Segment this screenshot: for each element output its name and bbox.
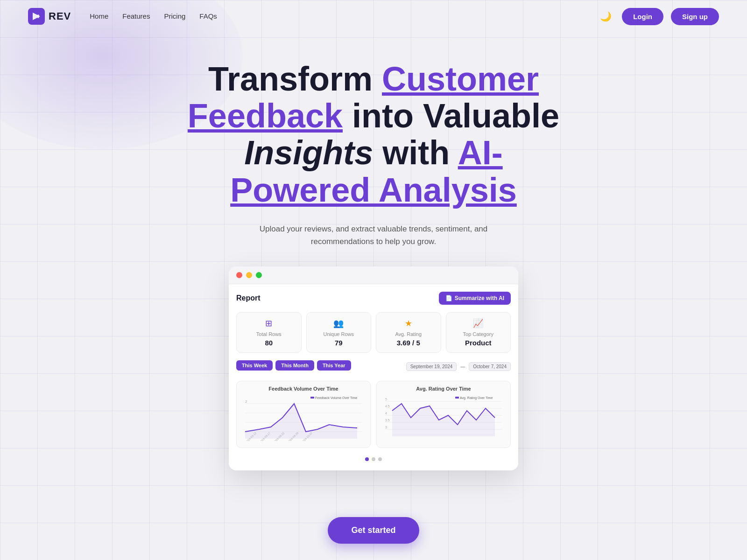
maximize-dot (256, 272, 262, 278)
unique-rows-label: Unique Rows (312, 331, 366, 337)
report-title: Report (236, 294, 261, 302)
cta-section: Get started (0, 508, 747, 560)
date-from[interactable]: September 19, 2024 (406, 362, 457, 371)
nav-pricing[interactable]: Pricing (164, 12, 185, 20)
nav-left: REV Home Features Pricing FAQs (28, 8, 217, 25)
svg-text:5: 5 (385, 398, 387, 401)
pagination-dot-3[interactable] (378, 457, 382, 461)
mockup-content: Report 📄 Summarize with AI ⊞ Total Rows … (229, 284, 518, 470)
date-separator: — (460, 364, 465, 369)
hero-subtitle: Upload your reviews, and extract valuabl… (233, 223, 514, 248)
top-category-icon: 📈 (452, 318, 505, 329)
top-category-value: Product (452, 339, 505, 347)
svg-text:3: 3 (385, 426, 387, 429)
logo-icon (28, 8, 45, 25)
hero-title: Transform Customer Feedback into Valuabl… (187, 61, 560, 209)
svg-text:Feedback Volume Over Time: Feedback Volume Over Time (315, 396, 357, 399)
top-category-label: Top Category (452, 331, 505, 337)
summarize-button[interactable]: 📄 Summarize with AI (439, 292, 511, 305)
hero-title-part5: with (373, 134, 458, 171)
unique-rows-value: 79 (312, 339, 366, 347)
charts-area: Feedback Volume Over Time 2 2024-09 (236, 381, 511, 448)
filter-this-week[interactable]: This Week (236, 360, 273, 371)
stat-top-category: 📈 Top Category Product (446, 312, 511, 353)
hero-title-part4: Insights (244, 134, 373, 171)
titlebar (229, 266, 518, 284)
svg-text:3.5: 3.5 (385, 419, 390, 422)
stats-grid: ⊞ Total Rows 80 👥 Unique Rows 79 ★ Avg. … (236, 312, 511, 353)
document-icon: 📄 (445, 295, 452, 301)
hero-title-part1: Transform (208, 60, 382, 98)
login-button[interactable]: Login (622, 8, 663, 25)
filter-this-year[interactable]: This Year (317, 360, 351, 371)
total-rows-label: Total Rows (242, 331, 296, 337)
signup-button[interactable]: Sign up (671, 8, 719, 25)
pagination-dots (236, 454, 511, 463)
svg-text:4.5: 4.5 (385, 405, 390, 408)
nav-links: Home Features Pricing FAQs (90, 12, 217, 21)
chart2-title: Avg. Rating Over Time (381, 386, 506, 392)
get-started-button[interactable]: Get started (328, 517, 419, 544)
avg-rating-value: 3.69 / 5 (382, 339, 435, 347)
svg-marker-8 (245, 404, 357, 439)
summarize-label: Summarize with AI (455, 295, 504, 301)
hero-title-part3: into Valuable (343, 97, 559, 134)
stat-total-rows: ⊞ Total Rows 80 (236, 312, 302, 353)
stat-avg-rating: ★ Avg. Rating 3.69 / 5 (376, 312, 441, 353)
nav-right: 🌙 Login Sign up (597, 8, 719, 25)
chart1-title: Feedback Volume Over Time (241, 386, 366, 392)
dark-mode-button[interactable]: 🌙 (597, 8, 614, 25)
pagination-dot-2[interactable] (372, 457, 375, 461)
close-dot (236, 272, 242, 278)
svg-rect-14 (310, 397, 314, 399)
logo-text: REV (49, 10, 71, 22)
filter-this-month[interactable]: This Month (275, 360, 314, 371)
avg-rating-icon: ★ (382, 318, 435, 329)
total-rows-icon: ⊞ (242, 318, 296, 329)
chart-feedback-volume: Feedback Volume Over Time 2 2024-09 (236, 381, 371, 448)
logo-link[interactable]: REV (28, 8, 71, 25)
hero-section: Transform Customer Feedback into Valuabl… (0, 33, 747, 508)
chart-avg-rating: Avg. Rating Over Time 5 4.5 4 3.5 3 (376, 381, 511, 448)
nav-features[interactable]: Features (122, 12, 150, 20)
stat-unique-rows: 👥 Unique Rows 79 (306, 312, 372, 353)
feedback-volume-chart: 2 2024-09-12 2024-09-17 2024-09-22 2024-… (241, 394, 366, 441)
avg-rating-label: Avg. Rating (382, 331, 435, 337)
pagination-dot-1[interactable] (365, 457, 369, 461)
dashboard-mockup: Report 📄 Summarize with AI ⊞ Total Rows … (229, 266, 518, 470)
nav-home[interactable]: Home (90, 12, 108, 20)
svg-text:Avg. Rating Over Time: Avg. Rating Over Time (460, 396, 493, 400)
svg-rect-2 (37, 14, 39, 18)
avg-rating-chart: 5 4.5 4 3.5 3 Avg. Rating Over Time (381, 394, 506, 441)
navbar: REV Home Features Pricing FAQs 🌙 Login S… (0, 0, 747, 33)
svg-text:2: 2 (245, 399, 247, 404)
unique-rows-icon: 👥 (312, 318, 366, 329)
date-range-filter: September 19, 2024 — October 7, 2024 (406, 362, 511, 371)
date-to[interactable]: October 7, 2024 (469, 362, 511, 371)
svg-text:4: 4 (385, 412, 387, 415)
time-filter: This Week This Month This Year (236, 360, 351, 371)
minimize-dot (246, 272, 252, 278)
report-header: Report 📄 Summarize with AI (236, 292, 511, 305)
nav-faqs[interactable]: FAQs (199, 12, 217, 20)
total-rows-value: 80 (242, 339, 296, 347)
svg-rect-27 (455, 397, 459, 399)
